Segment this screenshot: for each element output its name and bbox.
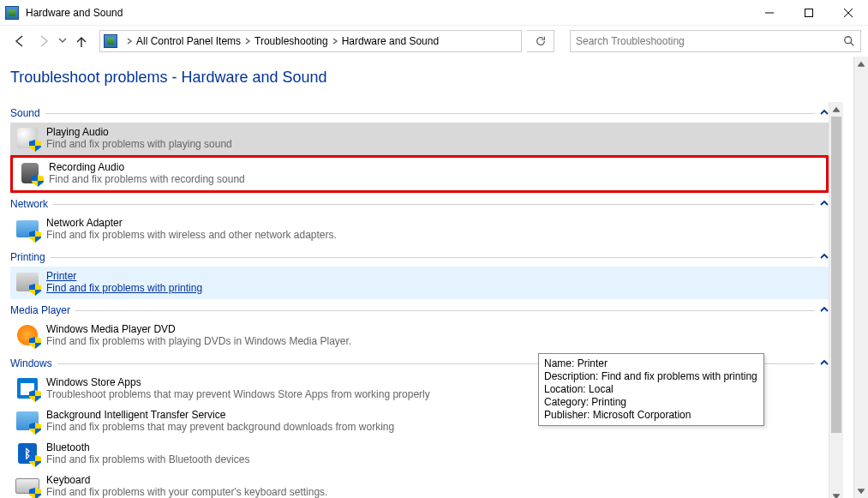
section-header-sound[interactable]: Sound xyxy=(10,107,829,119)
search-icon xyxy=(843,35,855,47)
troubleshooter-printer[interactable]: Printer Find and fix problems with print… xyxy=(10,267,829,299)
item-desc: Find and fix problems with Bluetooth dev… xyxy=(46,453,249,465)
chevron-up-icon[interactable] xyxy=(820,107,829,119)
chevron-right-icon[interactable] xyxy=(332,35,338,47)
troubleshooter-bluetooth[interactable]: ᛒ Bluetooth Find and fix problems with B… xyxy=(10,438,829,471)
svg-point-4 xyxy=(845,37,852,44)
item-name: Bluetooth xyxy=(46,441,249,453)
printer-icon xyxy=(15,270,39,294)
tooltip-line: Name: Printer xyxy=(544,357,758,370)
divider xyxy=(51,257,815,258)
search-input[interactable] xyxy=(576,35,843,47)
window-scrollbar[interactable] xyxy=(853,57,868,498)
item-name: Printer xyxy=(46,270,202,282)
troubleshooter-network-adapter[interactable]: Network Adapter Find and fix problems wi… xyxy=(10,213,829,246)
scroll-thumb[interactable] xyxy=(831,117,841,433)
window-title: Hardware and Sound xyxy=(26,7,123,19)
breadcrumb-item[interactable]: Troubleshooting xyxy=(254,35,328,47)
svg-rect-1 xyxy=(805,9,813,16)
troubleshooter-recording-audio[interactable]: Recording Audio Find and fix problems wi… xyxy=(10,155,829,193)
section-header-network[interactable]: Network xyxy=(10,198,829,210)
chevron-up-icon[interactable] xyxy=(820,251,829,263)
scroll-track[interactable] xyxy=(854,71,868,483)
scroll-down-button[interactable] xyxy=(854,483,868,498)
item-name: Background Intelligent Transfer Service xyxy=(46,409,394,421)
scroll-down-button[interactable] xyxy=(829,489,843,498)
network-icon xyxy=(15,217,39,241)
item-name: Windows Store Apps xyxy=(46,376,430,388)
item-desc: Find and fix problems with wireless and … xyxy=(46,229,337,241)
navbar: All Control Panel Items Troubleshooting … xyxy=(0,26,868,57)
item-name: Windows Media Player DVD xyxy=(46,323,351,335)
history-dropdown[interactable] xyxy=(58,35,67,47)
up-button[interactable] xyxy=(72,32,91,51)
breadcrumb-item[interactable]: All Control Panel Items xyxy=(136,35,241,47)
item-desc: Find and fix problems with printing xyxy=(46,282,202,294)
item-name: Network Adapter xyxy=(46,217,337,229)
chevron-up-icon[interactable] xyxy=(820,198,829,210)
item-desc: Find and fix problems with playing DVDs … xyxy=(46,335,351,347)
inner-scrollbar[interactable] xyxy=(829,102,843,498)
microphone-icon xyxy=(18,161,42,185)
section-label: Network xyxy=(10,198,48,210)
search-box[interactable] xyxy=(570,30,861,52)
section-header-printing[interactable]: Printing xyxy=(10,251,829,263)
chevron-right-icon[interactable] xyxy=(126,35,133,47)
close-button[interactable] xyxy=(829,0,868,26)
section-label: Sound xyxy=(10,107,40,119)
section-header-media-player[interactable]: Media Player xyxy=(10,304,829,316)
minimize-button[interactable] xyxy=(750,0,789,26)
troubleshooter-playing-audio[interactable]: Playing Audio Find and fix problems with… xyxy=(10,123,829,155)
troubleshooter-wmp-dvd[interactable]: Windows Media Player DVD Find and fix pr… xyxy=(10,320,829,352)
item-name: Recording Audio xyxy=(49,161,245,173)
tooltip-line: Location: Local xyxy=(544,383,758,396)
chevron-right-icon[interactable] xyxy=(244,35,251,47)
tooltip-line: Category: Printing xyxy=(544,396,758,409)
breadcrumb-item[interactable]: Hardware and Sound xyxy=(342,35,439,47)
scroll-up-button[interactable] xyxy=(854,57,868,71)
app-icon xyxy=(5,6,19,20)
tooltip-printer: Name: Printer Description: Find and fix … xyxy=(538,353,764,426)
item-desc: Find and fix problems that may prevent b… xyxy=(46,421,394,433)
page-title: Troubleshoot problems - Hardware and Sou… xyxy=(10,69,843,87)
tooltip-line: Publisher: Microsoft Corporation xyxy=(544,409,758,422)
divider xyxy=(53,204,815,205)
store-icon xyxy=(15,376,39,400)
control-panel-icon xyxy=(104,34,117,48)
section-label: Windows xyxy=(10,357,52,369)
keyboard-icon xyxy=(15,474,39,498)
content-area: Troubleshoot problems - Hardware and Sou… xyxy=(0,57,853,498)
item-name: Playing Audio xyxy=(46,126,232,138)
wmp-icon xyxy=(15,323,39,347)
divider xyxy=(75,310,815,311)
item-desc: Find and fix problems with playing sound xyxy=(46,138,232,150)
bits-icon xyxy=(15,409,39,433)
forward-button[interactable] xyxy=(34,32,53,51)
tooltip-line: Description: Find and fix problems with … xyxy=(544,370,758,383)
chevron-up-icon[interactable] xyxy=(820,357,829,369)
scroll-up-button[interactable] xyxy=(829,102,843,117)
item-desc: Find and fix problems with your computer… xyxy=(46,486,327,498)
troubleshooter-keyboard[interactable]: Keyboard Find and fix problems with your… xyxy=(10,471,829,498)
svg-line-5 xyxy=(851,43,854,46)
scroll-track[interactable] xyxy=(829,117,843,489)
item-name: Keyboard xyxy=(46,474,327,486)
bluetooth-icon: ᛒ xyxy=(15,441,39,465)
back-button[interactable] xyxy=(10,32,29,51)
section-label: Printing xyxy=(10,251,45,263)
section-label: Media Player xyxy=(10,304,70,316)
item-desc: Find and fix problems with recording sou… xyxy=(49,173,245,185)
maximize-button[interactable] xyxy=(789,0,829,26)
address-bar[interactable]: All Control Panel Items Troubleshooting … xyxy=(99,30,522,52)
speaker-icon xyxy=(15,126,39,150)
divider xyxy=(45,113,815,114)
window-controls xyxy=(750,0,868,26)
item-desc: Troubleshoot problems that may prevent W… xyxy=(46,388,430,400)
chevron-up-icon[interactable] xyxy=(820,304,829,316)
refresh-button[interactable] xyxy=(527,30,554,52)
titlebar: Hardware and Sound xyxy=(0,0,868,26)
